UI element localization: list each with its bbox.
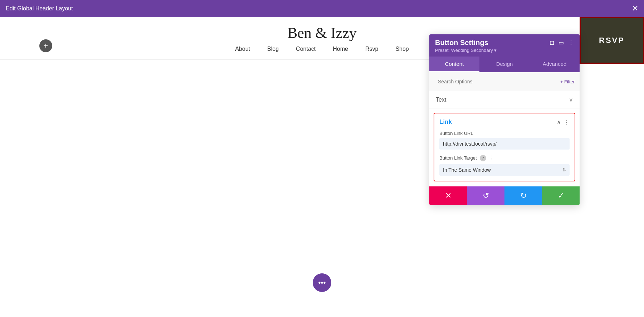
link-section-title: Link xyxy=(439,118,452,126)
top-bar: Edit Global Header Layout ✕ xyxy=(0,0,644,17)
site-nav: About Blog Contact Home Rsvp Shop xyxy=(235,46,409,52)
target-field-row: Button Link Target ? ⋮ xyxy=(439,155,570,161)
add-button[interactable]: + xyxy=(39,39,52,52)
url-input[interactable] xyxy=(439,138,570,150)
panel-header-icons: ⊡ ▭ ⋮ xyxy=(550,39,574,46)
text-section-label: Text xyxy=(436,97,446,103)
panel-actions: ✕ ↺ ↻ ✓ xyxy=(429,186,580,205)
search-input[interactable] xyxy=(434,76,557,87)
text-section[interactable]: Text ∨ xyxy=(429,91,580,108)
panel-preset[interactable]: Preset: Wedding Secondary ▾ xyxy=(435,48,574,53)
link-more-icon[interactable]: ⋮ xyxy=(564,119,570,126)
nav-blog[interactable]: Blog xyxy=(267,46,279,52)
cancel-button[interactable]: ✕ xyxy=(429,186,467,205)
target-field-label: Button Link Target xyxy=(439,155,477,161)
nav-shop[interactable]: Shop xyxy=(395,46,409,52)
target-select[interactable]: In The Same Window In The New Tab xyxy=(439,164,570,176)
link-section-header-icons: ∧ ⋮ xyxy=(557,119,570,126)
redo-button[interactable]: ↻ xyxy=(504,186,542,205)
panel-header: Button Settings ⊡ ▭ ⋮ Preset: Wedding Se… xyxy=(429,34,580,57)
save-button[interactable]: ✓ xyxy=(542,186,580,205)
dots-icon: ••• xyxy=(318,279,326,287)
tab-advanced[interactable]: Advanced xyxy=(530,57,580,72)
canvas: Ben & Izzy About Blog Contact Home Rsvp … xyxy=(0,17,644,317)
panel-search-bar: + Filter xyxy=(429,72,580,91)
target-more-icon[interactable]: ⋮ xyxy=(489,155,495,161)
panel-header-top: Button Settings ⊡ ▭ ⋮ xyxy=(435,39,574,47)
nav-contact[interactable]: Contact xyxy=(296,46,316,52)
help-icon[interactable]: ? xyxy=(480,155,486,161)
nav-home[interactable]: Home xyxy=(333,46,348,52)
close-button[interactable]: ✕ xyxy=(632,4,638,13)
tab-design[interactable]: Design xyxy=(479,57,530,72)
url-field-label: Button Link URL xyxy=(439,131,570,136)
link-section: Link ∧ ⋮ Button Link URL Button Link Tar… xyxy=(434,113,575,181)
target-select-wrapper: In The Same Window In The New Tab xyxy=(439,164,570,176)
nav-about[interactable]: About xyxy=(235,46,250,52)
dots-menu-button[interactable]: ••• xyxy=(313,273,331,292)
panel-title: Button Settings xyxy=(435,39,488,47)
link-section-header: Link ∧ ⋮ xyxy=(439,118,570,126)
resize2-icon[interactable]: ▭ xyxy=(558,39,564,46)
top-bar-title: Edit Global Header Layout xyxy=(6,5,73,12)
settings-panel: Button Settings ⊡ ▭ ⋮ Preset: Wedding Se… xyxy=(429,34,580,205)
panel-more-icon[interactable]: ⋮ xyxy=(568,39,574,46)
filter-button[interactable]: + Filter xyxy=(560,79,575,84)
resize1-icon[interactable]: ⊡ xyxy=(550,39,554,46)
panel-body: Text ∨ Link ∧ ⋮ Button Link URL xyxy=(429,91,580,181)
site-title: Ben & Izzy xyxy=(287,24,357,42)
nav-rsvp[interactable]: Rsvp xyxy=(365,46,378,52)
undo-button[interactable]: ↺ xyxy=(467,186,504,205)
panel-tabs: Content Design Advanced xyxy=(429,57,580,72)
tab-content[interactable]: Content xyxy=(429,57,479,72)
chevron-down-icon: ∨ xyxy=(569,96,573,103)
chevron-up-icon[interactable]: ∧ xyxy=(557,119,561,126)
rsvp-button[interactable]: RSVP xyxy=(580,17,644,64)
